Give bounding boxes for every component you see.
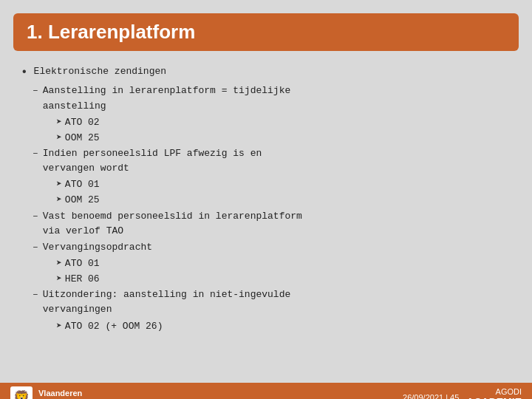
footer-org-line1: Vlaanderen [38,388,106,398]
dash-text-1: Indien personeelslid LPF afwezig is en v… [43,146,262,176]
arrow-item-0-1: ➤ OOM 25 [56,131,511,146]
arrow-item-4-0: ➤ ATO 02 (+ OOM 26) [56,319,511,334]
arrow-items-1: ➤ ATO 01 ➤ OOM 25 [56,177,511,208]
footer: 🦁 Vlaanderen is onderwijs & Vorming 26/0… [0,383,532,399]
arrow-icon: ➤ [56,272,62,287]
dash-item-1: – Indien personeelslid LPF afwezig is en… [33,146,511,176]
arrow-text-3-0: ATO 01 [65,256,100,271]
slide: 1. Lerarenplatform • Elektronische zendi… [0,13,532,399]
bullet-main: • Elektronische zendingen [21,64,511,81]
arrow-icon: ➤ [56,131,62,146]
arrow-text-0-1: OOM 25 [65,131,100,146]
dash-1: – [33,146,38,161]
dash-0: – [33,83,38,98]
arrow-text-1-0: ATO 01 [65,177,100,192]
arrow-item-0-0: ➤ ATO 02 [56,115,511,130]
title-bar: 1. Lerarenplatform [13,13,519,51]
footer-academy2: ACADEMIE [466,396,522,399]
arrow-items-3: ➤ ATO 01 ➤ HER 06 [56,256,511,287]
bullet-dot: • [21,64,28,81]
arrow-items-4: ➤ ATO 02 (+ OOM 26) [56,319,511,334]
slide-title: 1. Lerarenplatform [27,21,195,43]
arrow-item-1-1: ➤ OOM 25 [56,193,511,208]
dash-2: – [33,209,38,224]
footer-academy-block: AGODI ACADEMIE [466,387,522,399]
footer-date: 26/09/2021 | 45 [403,393,459,399]
dash-item-0: – Aanstelling in lerarenplatform = tijde… [33,83,511,113]
dash-text-2: Vast benoemd personeelslid in lerarenpla… [43,209,302,239]
dash-text-0: Aanstelling in lerarenplatform = tijdeli… [43,83,290,113]
dash-item-4: – Uitzondering: aanstelling in niet-inge… [33,287,511,317]
bullet-main-text: Elektronische zendingen [34,64,166,79]
dash-item-2: – Vast benoemd personeelslid in lerarenp… [33,209,511,239]
arrow-text-1-1: OOM 25 [65,193,100,208]
svg-text:🦁: 🦁 [13,389,30,399]
dash-text-4: Uitzondering: aanstelling in niet-ingevu… [43,287,290,317]
dash-text-3: Vervangingsopdracht [43,240,152,255]
arrow-item-3-1: ➤ HER 06 [56,272,511,287]
content-area: • Elektronische zendingen – Aanstelling … [0,51,532,334]
arrow-icon: ➤ [56,256,62,271]
arrow-icon: ➤ [56,115,62,130]
arrow-item-3-0: ➤ ATO 01 [56,256,511,271]
arrow-icon: ➤ [56,177,62,192]
vlaanderen-logo-icon: 🦁 [10,386,33,399]
footer-academy: AGODI [466,387,522,396]
footer-right: 26/09/2021 | 45 AGODI ACADEMIE [403,387,522,399]
footer-org-text: Vlaanderen is onderwijs & Vorming [38,388,106,399]
arrow-icon: ➤ [56,319,62,334]
arrow-text-3-1: HER 06 [65,272,100,287]
arrow-item-1-0: ➤ ATO 01 [56,177,511,192]
dash-4: – [33,287,38,302]
arrow-text-4-0: ATO 02 (+ OOM 26) [65,319,163,334]
dash-item-3: – Vervangingsopdracht [33,240,511,255]
dash-3: – [33,240,38,255]
footer-logo-area: 🦁 Vlaanderen is onderwijs & Vorming [10,386,106,399]
arrow-items-0: ➤ ATO 02 ➤ OOM 25 [56,115,511,146]
arrow-icon: ➤ [56,193,62,208]
sub-items: – Aanstelling in lerarenplatform = tijde… [33,83,511,333]
arrow-text-0-0: ATO 02 [65,115,100,130]
